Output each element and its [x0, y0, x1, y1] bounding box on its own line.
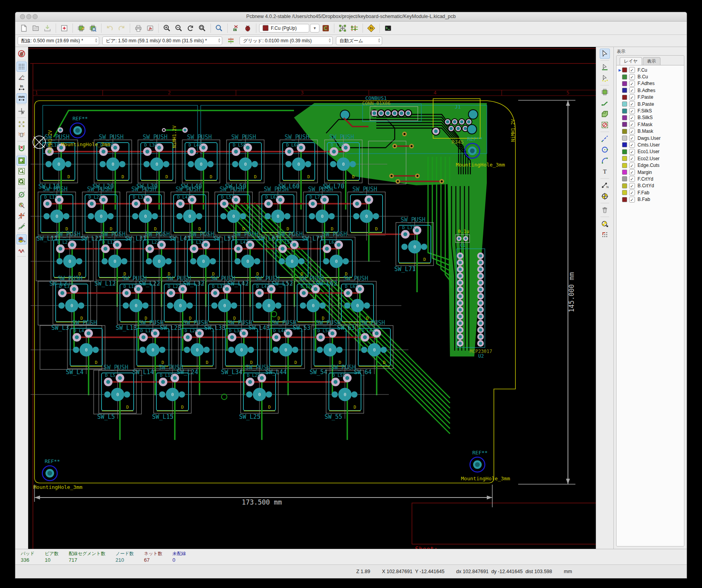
zones-outline-toggle[interactable] — [16, 166, 27, 176]
highlight-net-tool[interactable] — [600, 62, 610, 72]
plot-button[interactable] — [145, 23, 156, 34]
zoom-select[interactable]: 自動ズーム ˄˅ — [336, 36, 382, 45]
drc-off-toggle[interactable] — [16, 49, 27, 59]
layer-selector[interactable]: F.Cu (PgUp) — [259, 24, 309, 33]
microwave-tools-toggle[interactable] — [16, 245, 27, 255]
zones-outline-alt-toggle[interactable] — [16, 177, 27, 187]
find-button[interactable] — [214, 23, 225, 34]
layer-row-B.SilkS[interactable]: ✓B.SilkS — [617, 114, 684, 121]
layer-color-swatch[interactable] — [622, 190, 627, 195]
print-button[interactable] — [133, 23, 144, 34]
pads-sketch-toggle[interactable] — [16, 211, 27, 221]
layer-visibility-checkbox[interactable]: ✓ — [629, 87, 635, 93]
title-bar[interactable]: Pcbnew 4.0.2-stable /Users/cho45/Dropbox… — [15, 12, 687, 22]
layer-visibility-checkbox[interactable]: ✓ — [629, 156, 635, 161]
read-netlist-button[interactable]: NET — [230, 23, 241, 34]
layer-visibility-checkbox[interactable]: ✓ — [629, 149, 635, 155]
layer-visibility-checkbox[interactable]: ✓ — [629, 176, 635, 182]
route-mode-button[interactable] — [349, 23, 360, 34]
cursor-shape-toggle[interactable] — [16, 106, 27, 116]
layer-row-B.Mask[interactable]: ✓B.Mask — [617, 128, 684, 135]
open-board-button[interactable] — [30, 23, 41, 34]
tracks-sketch-toggle[interactable] — [16, 221, 27, 232]
add-text-tool[interactable]: T — [600, 166, 610, 177]
track-width-select[interactable]: 配線: 0.500 mm (19.69 mils) * ˄˅ — [18, 36, 99, 45]
layer-visibility-checkbox[interactable]: ✓ — [629, 169, 635, 175]
layer-row-F.Cu[interactable]: ▶✓F.Cu — [617, 67, 684, 73]
interactive-router-settings-button[interactable] — [366, 23, 377, 34]
footprint-editor-button[interactable] — [76, 23, 87, 34]
layer-visibility-checkbox[interactable]: ✓ — [629, 81, 635, 87]
layer-visibility-checkbox[interactable]: ✓ — [629, 74, 635, 80]
add-circle-tool[interactable] — [600, 145, 610, 155]
layer-row-F.SilkS[interactable]: ✓F.SilkS — [617, 107, 684, 114]
layer-color-swatch[interactable] — [622, 88, 627, 93]
layer-color-swatch[interactable] — [622, 67, 627, 72]
route-track-tool[interactable] — [600, 98, 610, 108]
layer-row-F.Paste[interactable]: ✓F.Paste — [617, 94, 684, 101]
layer-visibility-checkbox[interactable]: ✓ — [629, 67, 635, 73]
layer-color-swatch[interactable] — [622, 81, 627, 86]
layer-color-swatch[interactable] — [622, 197, 627, 202]
zoom-out-button[interactable] — [173, 23, 184, 34]
undo-button[interactable] — [104, 23, 115, 34]
page-settings-button[interactable] — [59, 23, 70, 34]
layer-visibility-checkbox[interactable]: ✓ — [629, 128, 635, 134]
layer-row-F.Fab[interactable]: ✓F.Fab — [617, 189, 684, 196]
units-inch-toggle[interactable]: In — [16, 83, 27, 93]
tab-render[interactable]: 表示 — [643, 57, 660, 65]
local-ratsnest-tool[interactable] — [600, 73, 610, 83]
grid-visibility-toggle[interactable] — [16, 62, 27, 72]
add-keepout-tool[interactable] — [600, 120, 610, 130]
layer-row-Cmts.User[interactable]: ✓Cmts.User — [617, 141, 684, 148]
layer-row-Eco2.User[interactable]: ✓Eco2.User — [617, 155, 684, 162]
layer-visibility-checkbox[interactable]: ✓ — [629, 115, 635, 121]
add-zone-tool[interactable] — [600, 109, 610, 119]
polar-coords-toggle[interactable]: φ — [16, 72, 27, 82]
layer-visibility-checkbox[interactable]: ✓ — [629, 135, 635, 141]
track-via-mode-button[interactable] — [320, 23, 331, 34]
footprint-mode-button[interactable] — [337, 23, 348, 34]
module-ratsnest-toggle[interactable] — [16, 130, 27, 140]
redo-button[interactable] — [116, 23, 127, 34]
layer-color-swatch[interactable] — [622, 109, 627, 114]
units-mm-toggle[interactable]: mm — [16, 93, 27, 103]
ratsnest-toggle[interactable] — [16, 119, 27, 129]
auto-delete-track-toggle[interactable] — [16, 143, 27, 153]
footprint-viewer-button[interactable] — [87, 23, 98, 34]
grid-select[interactable]: グリッド: 0.0100 mm (0.39 mils) ˄˅ — [239, 36, 333, 45]
layer-visibility-checkbox[interactable]: ✓ — [629, 94, 635, 100]
pcb-canvas[interactable]: 12345Sheet:0DD_L10SW_PUSHSW_L100DD_L20SW… — [28, 47, 596, 549]
add-arc-tool[interactable] — [600, 156, 610, 166]
layer-visibility-checkbox[interactable]: ✓ — [629, 121, 635, 127]
scripting-console-button[interactable] — [383, 23, 394, 34]
layers-manager-toggle[interactable] — [16, 234, 27, 244]
layer-color-swatch[interactable] — [622, 149, 627, 154]
layer-row-B.Paste[interactable]: ✓B.Paste — [617, 101, 684, 107]
layer-color-swatch[interactable] — [622, 176, 627, 181]
add-dimension-tool[interactable]: N — [600, 180, 610, 190]
tab-layers[interactable]: レイヤ — [620, 57, 642, 65]
layer-visibility-checkbox[interactable]: ✓ — [629, 163, 635, 168]
layer-visibility-checkbox[interactable]: ✓ — [629, 197, 635, 203]
vias-sketch-toggle[interactable] — [16, 190, 27, 200]
layer-row-Dwgs.User[interactable]: ✓Dwgs.User — [617, 135, 684, 141]
high-contrast-toggle[interactable] — [16, 200, 27, 210]
layer-row-Margin[interactable]: ✓Margin — [617, 169, 684, 175]
layer-color-swatch[interactable] — [622, 170, 627, 175]
layer-color-swatch[interactable] — [622, 156, 627, 161]
layer-visibility-checkbox[interactable]: ✓ — [629, 101, 635, 107]
new-board-button[interactable] — [18, 23, 29, 34]
layer-color-swatch[interactable] — [622, 101, 627, 107]
layer-visibility-checkbox[interactable]: ✓ — [629, 142, 635, 148]
layer-color-swatch[interactable] — [622, 129, 627, 134]
layer-visibility-checkbox[interactable]: ✓ — [629, 183, 635, 189]
layer-selector-dropdown-button[interactable]: ▼ — [310, 24, 319, 33]
add-target-tool[interactable] — [600, 191, 610, 201]
auto-track-width-button[interactable] — [225, 35, 236, 46]
select-tool[interactable] — [600, 49, 610, 59]
layer-color-swatch[interactable] — [622, 163, 627, 168]
layer-row-B.Fab[interactable]: ✓B.Fab — [617, 196, 684, 203]
layer-color-swatch[interactable] — [622, 183, 627, 188]
layer-visibility-checkbox[interactable]: ✓ — [629, 108, 635, 114]
